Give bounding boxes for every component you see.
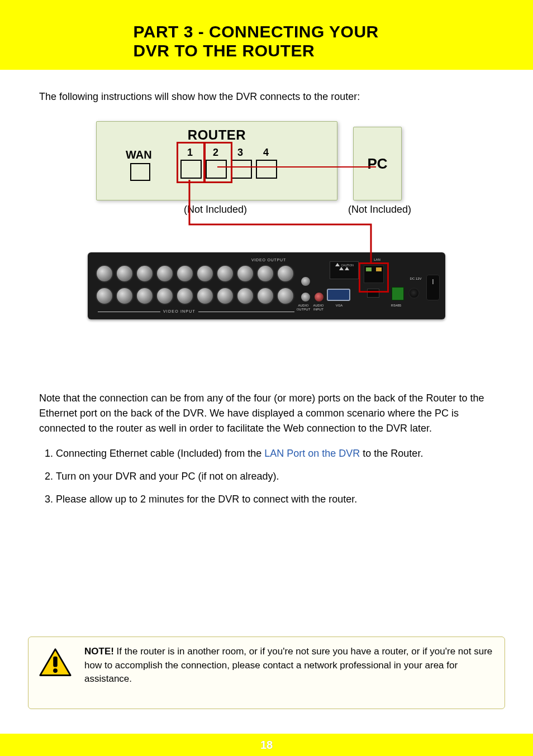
dc-port-label: DC 12V (407, 277, 424, 281)
steps-section: Note that the connection can be from any… (39, 391, 494, 515)
step-item: Please allow up to 2 minutes for the DVR… (56, 492, 494, 507)
connection-note: Note that the connection can be from any… (39, 391, 494, 436)
bnc-connector (116, 265, 134, 283)
connection-diagram: ROUTER WAN 1 2 3 4 (Not Included) PC (88, 121, 445, 328)
lan-port-link[interactable]: LAN Port on the DVR (264, 448, 360, 459)
dc-power-jack (408, 288, 420, 299)
bnc-connector (136, 287, 154, 305)
bnc-connector (236, 265, 254, 283)
router-not-included-label: (Not Included) (184, 204, 247, 216)
bnc-connector (156, 265, 174, 283)
bnc-connector (216, 287, 234, 305)
svg-rect-2 (53, 657, 58, 667)
footer-bar: 18 (0, 734, 533, 756)
audio-output-port-label: AUDIOOUTPUT (296, 304, 311, 311)
bnc-connector (256, 265, 274, 283)
body-area: The following instructions will show how… (39, 89, 494, 328)
bnc-connector (176, 287, 194, 305)
dvr-back-panel: VIDEO OUTPUT (88, 252, 445, 319)
caution-label-panel: CAUTION (330, 261, 359, 279)
highlight-box-dvr-lan (359, 262, 389, 293)
wan-label: WAN (126, 149, 152, 161)
pc-label: PC (367, 155, 387, 173)
audio-input-port-label: AUDIOINPUT (311, 304, 326, 311)
router-title: ROUTER (188, 127, 246, 143)
note-body: If the router is in another room, or if … (84, 646, 492, 684)
bnc-connector (176, 265, 194, 283)
vga-port (327, 289, 350, 301)
vga-port-label: VGA (332, 304, 346, 308)
power-switch (426, 275, 440, 300)
note-text: NOTE! If the router is in another room, … (84, 645, 494, 686)
bnc-connector (277, 287, 294, 305)
rs485-port-label: RS485 (389, 304, 403, 308)
step-item: Turn on your DVR and your PC (if not on … (56, 469, 494, 484)
bnc-connector (277, 265, 294, 283)
note-bold: NOTE! (84, 646, 114, 657)
bnc-connector (196, 287, 214, 305)
bnc-connector (116, 287, 134, 305)
audio-output-jack (300, 291, 311, 303)
bnc-connector (216, 265, 234, 283)
bnc-connector (156, 287, 174, 305)
page-number: 18 (260, 739, 273, 752)
step-text-suffix: to the Router. (360, 448, 423, 459)
page: PART 3 - CONNECTING YOUR DVR TO THE ROUT… (0, 0, 533, 756)
bnc-connector (136, 265, 154, 283)
svg-point-3 (53, 668, 58, 673)
note-box: NOTE! If the router is in another room, … (28, 637, 505, 709)
highlight-box-port1 (177, 142, 206, 183)
lan-number-3: 3 (237, 147, 243, 159)
wan-port (130, 163, 150, 181)
bnc-connector (236, 287, 254, 305)
lan-port-3 (231, 160, 252, 179)
bnc-connector (196, 265, 214, 283)
lan-port-label: LAN (369, 258, 386, 262)
intro-paragraph: The following instructions will show how… (39, 89, 494, 104)
rs485-terminal (392, 287, 404, 300)
step-item: Connecting Ethernet cable (Included) fro… (56, 446, 494, 461)
header-bar: PART 3 - CONNECTING YOUR DVR TO THE ROUT… (0, 0, 533, 70)
pc-box: PC (353, 127, 402, 200)
bnc-connector (96, 265, 113, 283)
video-output-jack (300, 276, 311, 287)
highlight-box-port2 (203, 142, 232, 183)
lan-port-4 (256, 160, 277, 179)
bnc-connector (256, 287, 274, 305)
video-input-label: VIDEO INPUT (163, 309, 196, 313)
pc-not-included-label: (Not Included) (348, 204, 411, 216)
page-title: PART 3 - CONNECTING YOUR DVR TO THE ROUT… (134, 22, 400, 60)
steps-list: Connecting Ethernet cable (Included) fro… (39, 446, 494, 507)
lan-number-4: 4 (263, 147, 269, 159)
audio-input-jack (313, 291, 325, 303)
warning-icon (39, 647, 72, 678)
step-text-prefix: Connecting Ethernet cable (Included) fro… (56, 448, 264, 459)
bnc-connector (96, 287, 113, 305)
video-output-label: VIDEO OUTPUT (251, 258, 286, 262)
